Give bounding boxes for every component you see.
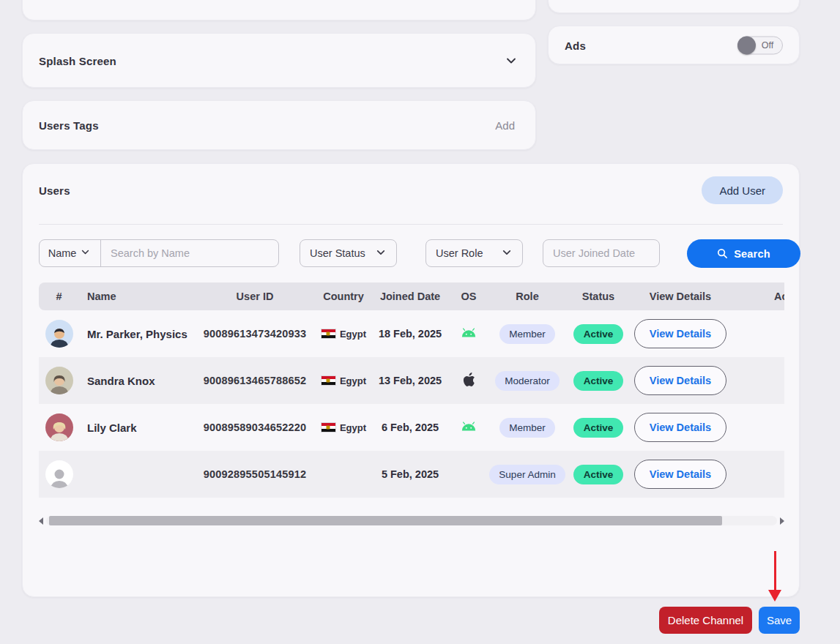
toggle-state-label: Off [756, 40, 782, 50]
ads-toggle[interactable]: Off [737, 36, 783, 54]
egypt-flag-icon [321, 329, 336, 339]
egypt-flag-icon [321, 422, 336, 433]
view-details-button[interactable]: View Details [634, 366, 726, 395]
chevron-down-icon [376, 248, 387, 258]
table-row: Mr. Parker, Physics 90089613473420933 Eg… [39, 310, 784, 357]
country-name: Egypt [340, 375, 366, 386]
status-badge: Active [573, 371, 624, 391]
scroll-right-arrow-icon[interactable] [780, 517, 784, 525]
chevron-down-icon [81, 248, 92, 258]
user-name: Lily Clark [87, 422, 137, 434]
joined-date: 6 Feb, 2025 [382, 422, 439, 433]
user-name: Sandra Knox [87, 375, 155, 387]
users-table: # Name User ID Country Joined Date OS Ro… [39, 282, 784, 499]
joined-date: 5 Feb, 2025 [382, 468, 439, 480]
user-id: 90089613465788652 [204, 375, 307, 386]
android-icon [461, 328, 477, 340]
user-joined-date-field [543, 239, 660, 267]
user-id: 90092895505145912 [204, 468, 307, 480]
egypt-flag-icon [321, 375, 336, 386]
name-filter-select[interactable]: Name [40, 240, 101, 266]
ads-card: Ads Off [548, 26, 800, 64]
android-icon [461, 422, 477, 434]
user-role-value: User Role [436, 247, 483, 259]
users-tags-card: Users Tags Add [22, 100, 536, 150]
avatar [45, 367, 73, 394]
role-badge: Super Admin [489, 465, 565, 484]
apple-icon [463, 372, 475, 389]
user-id: 90089613473420933 [204, 328, 307, 340]
role-badge: Moderator [495, 371, 560, 391]
user-role-select[interactable]: User Role [425, 239, 523, 267]
splash-screen-card[interactable]: Splash Screen [22, 33, 536, 88]
chevron-down-icon [502, 248, 513, 258]
status-badge: Active [573, 418, 624, 438]
header-actions: Actions [728, 291, 784, 302]
header-name: Name [79, 291, 196, 302]
view-details-button[interactable]: View Details [634, 460, 726, 489]
search-by-name-input[interactable] [101, 240, 278, 266]
scroll-left-arrow-icon[interactable] [39, 517, 43, 525]
user-joined-date-input[interactable] [553, 247, 650, 259]
admin-panel-screen: Splash Screen Users Tags Add Ads Off Use… [0, 0, 840, 644]
header-role: Role [491, 291, 564, 302]
view-details-button[interactable]: View Details [634, 319, 726, 348]
add-user-button[interactable]: Add User [702, 176, 783, 204]
header-user-id: User ID [196, 291, 313, 302]
save-button[interactable]: Save [759, 607, 800, 634]
name-search-group: Name [39, 239, 279, 267]
users-tags-add-button[interactable]: Add [495, 119, 515, 132]
search-button-label: Search [734, 248, 770, 260]
user-status-select[interactable]: User Status [300, 239, 397, 267]
status-badge: Active [573, 324, 624, 344]
avatar [45, 320, 73, 348]
scrollbar-thumb[interactable] [49, 516, 722, 525]
header-joined-date: Joined Date [373, 291, 447, 302]
table-row: 90092895505145912 5 Feb, 2025 Super Admi… [39, 451, 784, 498]
country-cell: Egypt [321, 329, 366, 340]
status-badge: Active [573, 465, 624, 484]
header-view-details: View Details [633, 291, 728, 302]
horizontal-scrollbar [39, 515, 784, 526]
search-icon [717, 248, 728, 259]
toggle-knob[interactable] [737, 36, 756, 54]
joined-date: 13 Feb, 2025 [379, 375, 442, 386]
users-section-title: Users [39, 184, 70, 197]
header-status: Status [564, 291, 633, 302]
table-header-row: # Name User ID Country Joined Date OS Ro… [39, 282, 784, 310]
ads-title: Ads [565, 39, 586, 51]
table-row: Sandra Knox 90089613465788652 Egypt 13 F… [39, 357, 784, 404]
chevron-down-icon[interactable] [506, 56, 516, 66]
partial-card-top-left [22, 0, 536, 20]
avatar-placeholder [45, 460, 73, 488]
role-badge: Member [499, 324, 555, 344]
joined-date: 18 Feb, 2025 [379, 328, 442, 340]
header-country: Country [313, 291, 373, 302]
country-name: Egypt [340, 422, 366, 433]
country-cell: Egypt [321, 375, 366, 386]
country-name: Egypt [340, 329, 366, 340]
user-name: Mr. Parker, Physics [87, 328, 187, 340]
header-os: OS [447, 291, 491, 302]
search-button[interactable]: Search [687, 239, 800, 268]
country-cell: Egypt [321, 422, 366, 433]
users-tags-title: Users Tags [39, 119, 99, 132]
role-badge: Member [499, 418, 555, 438]
users-card: Users Add User Name User Status [22, 163, 800, 597]
filters-bar: Name User Status User Role [39, 239, 800, 268]
delete-channel-button[interactable]: Delete Channel [659, 607, 752, 634]
user-id: 90089589034652220 [204, 422, 307, 433]
splash-screen-title: Splash Screen [39, 54, 116, 67]
view-details-button[interactable]: View Details [634, 413, 726, 442]
name-filter-value: Name [48, 247, 77, 259]
section-divider [39, 224, 783, 225]
avatar [45, 413, 73, 441]
table-row: Lily Clark 90089589034652220 Egypt 6 Feb… [39, 404, 784, 451]
user-status-value: User Status [310, 247, 365, 259]
header-index: # [39, 291, 79, 302]
partial-card-top-right [548, 0, 800, 13]
